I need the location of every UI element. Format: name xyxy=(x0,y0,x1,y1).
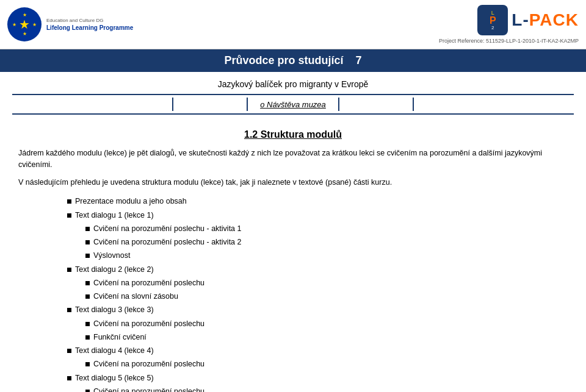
subtitle-text: Jazykový balíček pro migranty v Evropě xyxy=(218,79,369,89)
list-item-text: Cvičení na porozumění poslechu xyxy=(93,277,204,290)
list-item: Cvičení na porozumění poslechu xyxy=(67,358,568,371)
menu-item-active[interactable]: o Návštěva muzea xyxy=(248,100,338,109)
llp-label: Lifelong Learning Programme xyxy=(46,24,133,31)
bullet-icon xyxy=(67,209,71,222)
intro-paragraph: Jádrem každého modulu (lekce) je pět dia… xyxy=(18,148,568,171)
document-title: Průvodce pro studující xyxy=(224,54,343,67)
bullet-icon xyxy=(85,290,90,303)
bullet-icon xyxy=(85,385,90,392)
bullet-icon xyxy=(85,318,90,330)
bullet-icon xyxy=(85,277,90,290)
list-item-text: Cvičení na porozumění poslechu xyxy=(93,318,204,330)
bullet-icon xyxy=(67,372,71,385)
list-item: Text dialogu 4 (lekce 4) xyxy=(67,344,568,357)
header: ★ ★ ★ ★ ★ Education and Culture DG Lifel… xyxy=(0,0,586,49)
list-item: Cvičení na porozumění poslechu xyxy=(67,277,568,290)
list-item: Výslovnost xyxy=(67,249,568,262)
menu-separator-far-right xyxy=(413,98,414,111)
list-item-text: Text dialogu 3 (lekce 3) xyxy=(75,304,154,316)
list-item-text: Text dialogu 2 (lekce 2) xyxy=(75,263,154,276)
bullet-icon xyxy=(67,304,71,316)
bullet-icon xyxy=(85,249,90,262)
bullet-icon xyxy=(67,195,71,208)
menu-row: o Návštěva muzea xyxy=(12,94,574,115)
bullet-icon xyxy=(85,236,90,249)
list-item: Cvičení na porozumění poslechu - aktivit… xyxy=(67,223,568,235)
list-item: Prezentace modulu a jeho obsah xyxy=(67,195,568,208)
lpack-pack-label: PACK xyxy=(529,10,579,30)
lpack-l-label: L- xyxy=(512,10,529,30)
list-item: Funkční cvičení xyxy=(67,331,568,344)
section-title: 1.2 Struktura modulů xyxy=(18,129,568,140)
menu-separator-left xyxy=(172,98,173,111)
bullet-icon xyxy=(85,223,90,235)
bullet-icon xyxy=(85,358,90,371)
list-item-text: Cvičení na porozumění poslechu - aktivit… xyxy=(93,236,242,249)
bullet-icon xyxy=(85,331,90,344)
list-item: Cvičení na porozumění poslechu xyxy=(67,318,568,330)
lpack-badge: L P 2 xyxy=(477,5,508,35)
list-item: Text dialogu 1 (lekce 1) xyxy=(67,209,568,222)
subtitle-section: Jazykový balíček pro migranty v Evropě xyxy=(0,72,586,91)
list-item-text: Prezentace modulu a jeho obsah xyxy=(75,195,187,208)
bullet-icon xyxy=(67,344,71,357)
list-item: Text dialogu 2 (lekce 2) xyxy=(67,263,568,276)
list-item: Cvičení na slovní zásobu xyxy=(67,290,568,303)
list-item: Cvičení na porozumění poslechu xyxy=(67,385,568,392)
list-item: Text dialogu 3 (lekce 3) xyxy=(67,304,568,316)
list-item-text: Výslovnost xyxy=(93,249,130,262)
bullet-icon xyxy=(67,263,71,276)
list-item-text: Cvičení na slovní zásobu xyxy=(93,290,178,303)
sub-paragraph: V následujícím přehledu je uvedena struk… xyxy=(18,177,568,188)
list-item-text: Cvičení na porozumění poslechu - aktivit… xyxy=(93,223,242,235)
list-item: Cvičení na porozumění poslechu - aktivit… xyxy=(67,236,568,249)
project-reference: Project Reference: 511529-LLP-1-2010-1-I… xyxy=(439,38,579,44)
list-item-text: Funkční cvičení xyxy=(93,331,146,344)
list-item-text: Cvičení na porozumění poslechu xyxy=(93,358,204,371)
main-content: 1.2 Struktura modulů Jádrem každého modu… xyxy=(0,117,586,392)
list-item: Text dialogu 5 (lekce 5) xyxy=(67,372,568,385)
lpack-logo: L P 2 L- PACK xyxy=(477,5,579,35)
structure-list: Prezentace modulu a jeho obsahText dialo… xyxy=(18,195,568,392)
logo-text: Education and Culture DG Lifelong Learni… xyxy=(46,18,133,32)
header-right: L P 2 L- PACK Project Reference: 511529-… xyxy=(439,5,579,44)
title-bar: Průvodce pro studující 7 xyxy=(0,49,586,72)
list-item-text: Text dialogu 1 (lekce 1) xyxy=(75,209,154,222)
page-number-title: 7 xyxy=(356,54,362,67)
list-item-text: Cvičení na porozumění poslechu xyxy=(93,385,204,392)
list-item-text: Text dialogu 5 (lekce 5) xyxy=(75,372,154,385)
header-left: ★ ★ ★ ★ ★ Education and Culture DG Lifel… xyxy=(7,7,133,41)
edu-culture-label: Education and Culture DG xyxy=(46,18,133,24)
menu-separator-right xyxy=(338,98,339,111)
list-item-text: Text dialogu 4 (lekce 4) xyxy=(75,344,154,357)
